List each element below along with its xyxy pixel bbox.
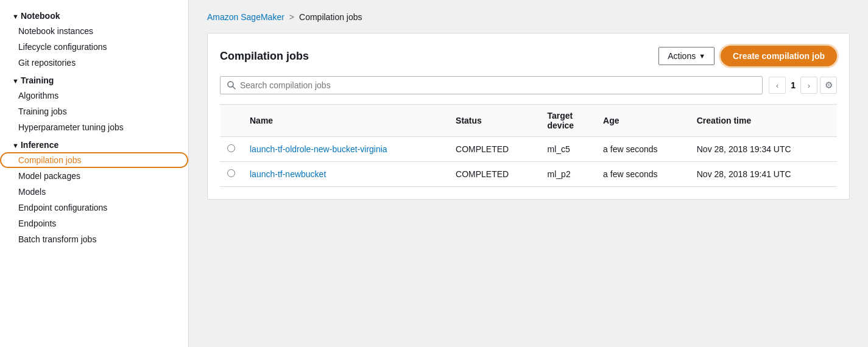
sidebar-item-algorithms[interactable]: Algorithms [0,88,188,103]
breadcrumb-separator: > [289,12,294,22]
job-creation-time-1: Nov 28, 2018 19:41 UTC [690,162,837,187]
job-target-device-1: ml_p2 [540,162,596,187]
pagination-settings-button[interactable]: ⚙ [820,77,837,94]
sidebar-item-git-repositories[interactable]: Git repositories [0,55,188,71]
actions-label: Actions [668,51,696,61]
pagination-prev-button[interactable]: ‹ [769,77,786,94]
search-input-wrap [220,76,763,94]
job-age-0: a few seconds [596,137,690,162]
col-status: Status [448,105,540,137]
row-radio-0[interactable] [227,144,235,152]
panel-title: Compilation jobs [220,50,309,63]
sidebar-item-training-jobs[interactable]: Training jobs [0,103,188,119]
sidebar-item-notebook-instances[interactable]: Notebook instances [0,23,188,39]
pagination-page-number: 1 [788,80,798,90]
search-row: ‹ 1 › ⚙ [220,76,837,94]
breadcrumb: Amazon SageMaker > Compilation jobs [207,12,850,22]
job-name-link-1[interactable]: launch-tf-newbucket [250,169,326,179]
sidebar-item-models[interactable]: Models [0,184,188,200]
sidebar-item-compilation-jobs[interactable]: Compilation jobs [0,152,188,168]
col-creation-time: Creation time [690,105,837,137]
sidebar-item-model-packages[interactable]: Model packages [0,168,188,184]
create-compilation-job-button[interactable]: Create compilation job [721,46,837,66]
panel-header: Compilation jobs Actions ▼ Create compil… [220,46,837,66]
actions-button[interactable]: Actions ▼ [658,47,715,65]
job-status-0: COMPLETED [448,137,540,162]
col-age: Age [596,105,690,137]
job-age-1: a few seconds [596,162,690,187]
panel-header-actions: Actions ▼ Create compilation job [658,46,837,66]
pagination-next-button[interactable]: › [800,77,817,94]
col-select [220,105,242,137]
sidebar: NotebookNotebook instancesLifecycle conf… [0,0,189,347]
jobs-table-wrap: Name Status Targetdevice Age Creation ti… [220,104,837,187]
settings-icon: ⚙ [825,80,833,91]
job-status-1: COMPLETED [448,162,540,187]
table-row: launch-tf-oldrole-new-bucket-virginiaCOM… [220,137,837,162]
main-content: Amazon SageMaker > Compilation jobs Comp… [189,0,868,347]
actions-chevron-icon: ▼ [699,52,705,60]
sidebar-section-notebook[interactable]: Notebook [0,6,188,23]
breadcrumb-link[interactable]: Amazon SageMaker [207,12,284,22]
svg-line-1 [233,86,235,89]
jobs-table: Name Status Targetdevice Age Creation ti… [220,105,837,187]
row-radio-1[interactable] [227,169,235,177]
job-creation-time-0: Nov 28, 2018 19:34 UTC [690,137,837,162]
job-target-device-0: ml_c5 [540,137,596,162]
compilation-jobs-panel: Compilation jobs Actions ▼ Create compil… [207,33,850,200]
breadcrumb-current: Compilation jobs [299,12,362,22]
search-icon [227,80,236,90]
pagination: ‹ 1 › ⚙ [769,77,837,94]
sidebar-section-training[interactable]: Training [0,71,188,88]
job-name-link-0[interactable]: launch-tf-oldrole-new-bucket-virginia [250,144,387,154]
table-row: launch-tf-newbucketCOMPLETEDml_p2a few s… [220,162,837,187]
sidebar-item-lifecycle-configurations[interactable]: Lifecycle configurations [0,39,188,55]
sidebar-item-batch-transform-jobs[interactable]: Batch transform jobs [0,231,188,247]
table-header: Name Status Targetdevice Age Creation ti… [220,105,837,137]
sidebar-item-hyperparameter-tuning-jobs[interactable]: Hyperparameter tuning jobs [0,119,188,135]
col-target-device: Targetdevice [540,105,596,137]
sidebar-item-endpoint-configurations[interactable]: Endpoint configurations [0,200,188,216]
col-name: Name [242,105,448,137]
table-body: launch-tf-oldrole-new-bucket-virginiaCOM… [220,137,837,187]
search-input[interactable] [240,80,756,90]
sidebar-item-endpoints[interactable]: Endpoints [0,216,188,231]
sidebar-section-inference[interactable]: Inference [0,135,188,152]
